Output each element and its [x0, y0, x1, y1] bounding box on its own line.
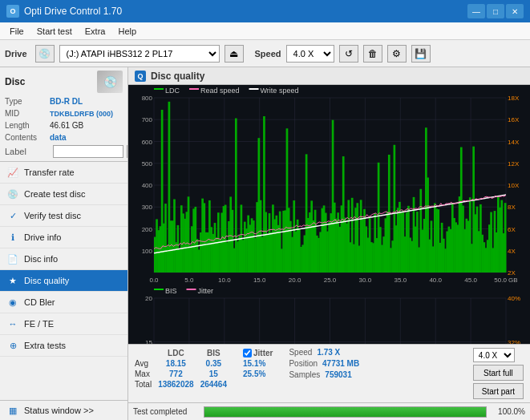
- sidebar-item-create-test-disc[interactable]: 💿 Create test disc: [0, 184, 127, 205]
- disc-length-row: Length 46.61 GB: [5, 120, 123, 131]
- speed-info-section: Speed 1.73 X Position 47731 MB Samples 7…: [289, 348, 385, 379]
- total-empty: [233, 379, 243, 390]
- eject-button[interactable]: ⏏: [225, 45, 244, 63]
- progress-bar-section: Test completed 100.0%: [128, 402, 530, 420]
- max-bis: 15: [200, 369, 233, 379]
- action-section: 4.0 X Start full Start part: [473, 348, 524, 399]
- window-controls: — □ ✕: [467, 4, 524, 18]
- speed-select-toolbar[interactable]: 4.0 X: [286, 45, 334, 63]
- disc-label-input[interactable]: [53, 145, 123, 158]
- disc-info-icon: 📄: [6, 252, 19, 265]
- samples-val: 759031: [325, 370, 351, 379]
- progress-percent-label: 100.0%: [493, 407, 525, 416]
- sidebar-item-transfer-rate[interactable]: 📈 Transfer rate: [0, 162, 127, 184]
- max-jitter: 25.5%: [243, 369, 279, 379]
- sidebar-item-cd-bler[interactable]: ◉ CD Bler: [0, 292, 127, 313]
- drive-info-label: Drive info: [24, 232, 61, 242]
- menu-extra[interactable]: Extra: [79, 25, 112, 38]
- jitter-checkbox[interactable]: [243, 349, 252, 357]
- refresh-button[interactable]: ↺: [339, 45, 358, 63]
- type-label: Type: [5, 96, 50, 107]
- extra-tests-icon: ⊕: [6, 339, 19, 352]
- ldc-chart-canvas: [128, 85, 530, 285]
- length-value: 46.61 GB: [50, 120, 83, 131]
- total-label: Total: [135, 379, 158, 390]
- sidebar-item-extra-tests[interactable]: ⊕ Extra tests: [0, 335, 127, 357]
- sidebar-item-status-window[interactable]: ▦ Status window >>: [0, 400, 127, 420]
- menu-file[interactable]: File: [3, 25, 30, 38]
- position-row: Position 47731 MB: [289, 359, 385, 368]
- bis-chart-canvas: [128, 285, 530, 344]
- col-ldc: LDC: [158, 348, 200, 358]
- stats-avg-row: Avg 18.15 0.35 15.1%: [135, 358, 279, 369]
- max-label: Max: [135, 369, 158, 379]
- sidebar-item-disc-quality[interactable]: ★ Disc quality: [0, 270, 127, 292]
- speed-select-stats[interactable]: 4.0 X: [473, 348, 515, 362]
- disc-contents-row: Contents data: [5, 132, 123, 143]
- avg-ldc: 18.15: [158, 358, 200, 369]
- avg-empty: [233, 358, 243, 369]
- close-button[interactable]: ✕: [506, 4, 524, 18]
- menu-help[interactable]: Help: [111, 25, 143, 38]
- mid-value: TDKBLDRFB (000): [50, 108, 113, 119]
- length-label: Length: [5, 120, 50, 131]
- progress-status-label: Test completed: [133, 407, 197, 416]
- sidebar-item-fe-te[interactable]: ↔ FE / TE: [0, 313, 127, 335]
- contents-label: Contents: [5, 132, 50, 143]
- stats-table: LDC BIS Jitter: [135, 348, 279, 390]
- right-panel: Q Disc quality: [128, 67, 530, 420]
- stats-area: LDC BIS Jitter: [128, 344, 530, 402]
- sidebar-item-disc-info[interactable]: 📄 Disc info: [0, 248, 127, 270]
- cd-bler-label: CD Bler: [24, 297, 55, 307]
- position-lbl: Position: [289, 359, 318, 368]
- col-jitter: Jitter: [243, 348, 279, 358]
- drive-info-icon: ℹ: [6, 231, 19, 244]
- total-ldc: 13862028: [158, 379, 200, 390]
- progress-bar-outer: [204, 406, 487, 418]
- sidebar-item-drive-info[interactable]: ℹ Drive info: [0, 227, 127, 248]
- chart-header-icon: Q: [135, 71, 146, 82]
- title-bar: O Opti Drive Control 1.70 — □ ✕: [0, 0, 530, 22]
- speed-lbl: Speed: [289, 348, 312, 357]
- erase-button[interactable]: 🗑: [363, 45, 382, 63]
- fe-te-label: FE / TE: [24, 319, 54, 329]
- col-checkbox-space: [233, 348, 243, 358]
- speed-val: 1.73 X: [317, 348, 340, 357]
- verify-test-disc-icon: ✓: [6, 209, 19, 222]
- position-val: 47731 MB: [322, 359, 359, 368]
- contents-value: data: [50, 132, 67, 143]
- drive-select[interactable]: (J:) ATAPI iHBS312 2 PL17: [59, 45, 220, 63]
- disc-quality-icon: ★: [6, 274, 19, 287]
- sidebar-item-verify-test-disc[interactable]: ✓ Verify test disc: [0, 205, 127, 227]
- minimize-button[interactable]: —: [467, 4, 485, 18]
- total-jitter-empty: [243, 379, 279, 390]
- sidebar: Disc 💿 Type BD-R DL MID TDKBLDRFB (000) …: [0, 67, 128, 420]
- type-value: BD-R DL: [50, 96, 83, 107]
- create-test-disc-icon: 💿: [6, 188, 19, 200]
- mid-label: MID: [5, 108, 50, 119]
- disc-quality-label: Disc quality: [24, 276, 69, 285]
- verify-test-disc-label: Verify test disc: [24, 211, 81, 220]
- fe-te-icon: ↔: [6, 317, 19, 330]
- samples-row: Samples 759031: [289, 370, 385, 379]
- start-part-button[interactable]: Start part: [473, 383, 524, 399]
- toolbar: Drive 💿 (J:) ATAPI iHBS312 2 PL17 ⏏ Spee…: [0, 40, 530, 67]
- nav-items: 📈 Transfer rate 💿 Create test disc ✓ Ver…: [0, 162, 127, 420]
- disc-panel-header: Disc 💿: [5, 71, 123, 93]
- save-button[interactable]: 💾: [411, 45, 431, 63]
- transfer-rate-icon: 📈: [6, 166, 19, 179]
- settings-button[interactable]: ⚙: [387, 45, 407, 63]
- samples-lbl: Samples: [289, 370, 320, 379]
- start-full-button[interactable]: Start full: [473, 365, 524, 381]
- menu-start-test[interactable]: Start test: [30, 25, 79, 38]
- status-window-label: Status window >>: [24, 406, 94, 415]
- col-empty: [135, 348, 158, 358]
- drive-icon-btn[interactable]: 💿: [35, 45, 55, 63]
- create-test-disc-label: Create test disc: [24, 189, 85, 199]
- maximize-button[interactable]: □: [487, 4, 504, 18]
- disc-panel: Disc 💿 Type BD-R DL MID TDKBLDRFB (000) …: [0, 67, 127, 162]
- app-title: Opti Drive Control 1.70: [24, 6, 122, 17]
- disc-info-label: Disc info: [24, 254, 58, 264]
- app-icon: O: [6, 5, 19, 18]
- cd-bler-icon: ◉: [6, 296, 19, 309]
